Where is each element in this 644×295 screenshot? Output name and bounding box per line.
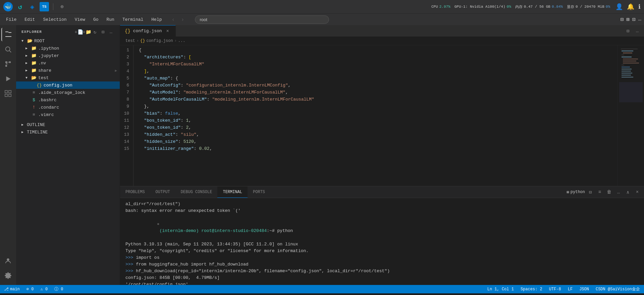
menu-file[interactable]: File <box>3 16 20 23</box>
sidebar-item-condarc[interactable]: ▶ ! .condarc <box>16 104 120 111</box>
gpu-val: 0% <box>507 5 511 9</box>
nv-label: .nv <box>38 61 46 66</box>
python-text: python <box>571 190 585 194</box>
status-encoding[interactable]: UTF-8 <box>548 285 562 293</box>
menu-help[interactable]: Help <box>148 16 165 23</box>
status-left: ⎇ main ⊘ 0 ⚠ 0 ⓘ 0 <box>3 285 65 293</box>
ts-icon[interactable]: TS <box>40 2 49 11</box>
nav-back-button[interactable]: ‹ <box>169 15 177 23</box>
info-icon[interactable]: ℹ <box>638 3 641 10</box>
more-icon[interactable]: … <box>638 16 641 23</box>
vram-pct: 0% <box>606 5 610 9</box>
terminal-close-button[interactable]: × <box>633 188 641 196</box>
sidebar-item-jupyter[interactable]: ▶ 📁 .jupyter <box>16 52 120 59</box>
editor-terminal-container: 1 2 3 4 5 6 7 8 9 10 11 12 13 14 15 <box>120 45 644 285</box>
refresh-icon[interactable]: ↺ <box>15 2 25 11</box>
activity-extensions[interactable] <box>1 87 15 100</box>
split-editor-button[interactable]: ⊟ <box>624 27 632 35</box>
vscode-icon[interactable]: ◈ <box>28 2 37 11</box>
refresh-explorer-button[interactable]: ↻ <box>92 28 98 35</box>
person-icon[interactable]: 👤 <box>615 3 623 10</box>
condarc-label: .condarc <box>38 105 59 110</box>
menu-view[interactable]: View <box>71 16 89 23</box>
timeline-section[interactable]: ▶ TIMELINE <box>16 128 120 136</box>
info-text: ⓘ 0 <box>54 286 63 292</box>
outline-section[interactable]: ▶ OUTLINE <box>16 121 120 128</box>
breadcrumb-ellipsis[interactable]: ... <box>178 39 185 43</box>
breadcrumb-config[interactable]: config.json <box>146 39 173 43</box>
status-position[interactable]: Ln 1, Col 1 <box>486 285 515 293</box>
tab-config-json[interactable]: {} config.json × <box>120 25 176 37</box>
terminal-line-4: Python 3.10.13 (main, Sep 11 2023, 13:44… <box>125 241 639 248</box>
cpu-val: 2.97% <box>439 5 450 9</box>
breadcrumb-test[interactable]: test <box>125 39 135 43</box>
new-file-button[interactable]: +📄 <box>75 28 82 35</box>
sidebar-item-vimrc[interactable]: ▶ ≡ .vimrc <box>16 111 120 118</box>
tab-problems[interactable]: PROBLEMS <box>120 186 150 198</box>
menu-run[interactable]: Run <box>103 16 117 23</box>
tab-close-button[interactable]: × <box>165 28 171 34</box>
svg-point-10 <box>7 258 9 261</box>
terminal-content[interactable]: al_dir=r"/root/test") bash: syntax error… <box>120 198 644 285</box>
tab-terminal[interactable]: TERMINAL <box>217 186 248 198</box>
sidebar-item-ipython[interactable]: ▶ 📁 .ipython <box>16 45 120 52</box>
terminal-maximize-button[interactable]: ∧ <box>624 188 632 196</box>
activity-settings[interactable] <box>1 269 15 282</box>
status-warnings[interactable]: ⚠ 0 <box>39 285 49 293</box>
jupyter-label: .jupyter <box>38 53 59 58</box>
sidebar-item-share[interactable]: ▶ 📁 share ▶ <box>16 67 120 74</box>
breadcrumb: test › {} config.json › ... <box>120 37 644 45</box>
layout-icon-3[interactable]: ⊡ <box>632 16 636 23</box>
menu-terminal[interactable]: Terminal <box>119 16 147 23</box>
line-num-3: 3 <box>123 61 129 68</box>
status-errors[interactable]: ⊘ 0 <box>25 285 35 293</box>
tab-ports[interactable]: PORTS <box>248 186 270 198</box>
line-num-4: 4 <box>123 68 129 75</box>
status-branch[interactable]: ⎇ main <box>3 285 21 293</box>
activity-source-control[interactable] <box>1 57 15 71</box>
terminal-list-button[interactable]: ≡ <box>596 188 604 196</box>
terminal-more-button[interactable]: … <box>614 188 623 196</box>
activity-search[interactable] <box>1 43 15 56</box>
nav-forward-button[interactable]: › <box>179 15 187 23</box>
layout-icon-2[interactable]: ⊞ <box>626 16 630 23</box>
collapse-all-button[interactable]: ⊟ <box>100 28 106 35</box>
status-language[interactable]: JSON <box>578 285 590 293</box>
sidebar-item-aide-storage[interactable]: ▶ ≡ .aide_storage_lock <box>16 89 120 96</box>
line-num-11: 11 <box>123 117 129 124</box>
search-input[interactable] <box>195 15 329 24</box>
status-feedback: CSDN @SaiVision金企 <box>594 285 641 293</box>
layout-icon-1[interactable]: ⊟ <box>620 16 624 23</box>
test-label: test <box>38 75 49 80</box>
vimrc-label: .vimrc <box>38 112 54 117</box>
bell-icon[interactable]: 🔔 <box>627 3 634 10</box>
status-eol[interactable]: LF <box>567 285 574 293</box>
more-actions-button[interactable]: … <box>108 28 114 35</box>
line-num-8: 8 <box>123 96 129 103</box>
status-info[interactable]: ⓘ 0 <box>53 285 64 293</box>
terminal-trash-button[interactable]: 🗑 <box>605 188 613 196</box>
menu-go[interactable]: Go <box>90 16 102 23</box>
sidebar-item-bashrc[interactable]: ▶ $ .bashrc <box>16 96 120 104</box>
sidebar-item-config-json[interactable]: ▶ {} config.json <box>16 81 120 89</box>
new-folder-button[interactable]: +📁 <box>84 28 90 35</box>
menu-bar: File Edit Selection View Go Run Terminal… <box>0 13 644 25</box>
terminal-split-button[interactable]: ⊟ <box>586 188 594 196</box>
activity-explorer[interactable] <box>1 28 15 41</box>
root-folder[interactable]: ▼ 📂 ROOT <box>16 37 120 45</box>
status-spaces[interactable]: Spaces: 2 <box>519 285 544 293</box>
sidebar-item-test[interactable]: ▼ 📂 test <box>16 74 120 81</box>
app-icon[interactable]: 🐳 <box>3 2 13 11</box>
more-tabs-button[interactable]: … <box>633 27 641 35</box>
code-line-11: "bos_token_id": 1, <box>139 117 617 124</box>
activity-run[interactable] <box>1 72 15 85</box>
menu-edit[interactable]: Edit <box>21 16 38 23</box>
tab-output[interactable]: OUTPUT <box>150 186 175 198</box>
menu-selection[interactable]: Selection <box>40 16 70 23</box>
sidebar-item-nv[interactable]: ▶ 📁 .nv <box>16 59 120 67</box>
compass-icon[interactable]: ⊕ <box>57 2 67 11</box>
code-content[interactable]: { "architectures": [ "InternLMForCausalL… <box>133 45 617 186</box>
activity-account[interactable] <box>1 254 15 268</box>
eol-text: LF <box>568 287 573 292</box>
tab-debug-console[interactable]: DEBUG CONSOLE <box>175 186 218 198</box>
